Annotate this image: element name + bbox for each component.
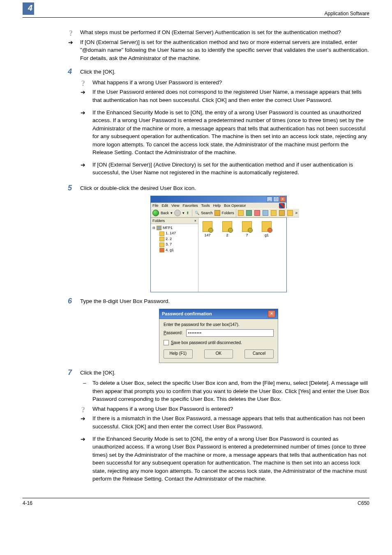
step-6-text: Type the 8-digit User Box Password. [80, 298, 170, 304]
toolbar-icon[interactable] [263, 210, 268, 216]
question-icon: ? [81, 78, 85, 89]
explorer-menubar: File Edit View Favorites Tools Help Box … [151, 203, 286, 208]
file-icon [262, 221, 272, 232]
answer-item: ➔ If the User Password entered does not … [80, 88, 369, 104]
file-icon [242, 221, 252, 232]
arrow-icon: ➔ [81, 435, 85, 443]
arrow-icon: ➔ [81, 414, 85, 423]
dialog-title: Password confirmation [162, 311, 212, 316]
toolbar-icon[interactable] [246, 210, 252, 216]
cancel-button[interactable]: Cancel [244, 349, 274, 358]
save-password-checkbox[interactable] [164, 340, 169, 345]
question-icon: ? [81, 405, 85, 415]
step-4-text: Click the [OK]. [80, 69, 115, 75]
explorer-toolbar-right: » [236, 208, 300, 217]
maximize-icon[interactable]: □ [273, 197, 279, 202]
toolbar-icon[interactable] [254, 210, 260, 216]
dialog-prompt: Enter the password for the user box(147)… [164, 322, 274, 327]
box-icon-g1[interactable]: g1 [262, 221, 272, 237]
menu-box-operator[interactable]: Box Operator [224, 204, 246, 208]
close-icon[interactable]: × [280, 197, 286, 202]
answer-item: ➔ If the Enhanced Security Mode is set t… [80, 435, 369, 483]
folders-icon[interactable] [214, 210, 220, 216]
step-number-7: 7 [68, 369, 80, 377]
answer-item: ➔ If [ON (External Server)] (Active Dire… [80, 161, 369, 177]
question-item: ? What happens if a wrong User Password … [80, 79, 369, 87]
tree-collapse-icon[interactable]: × [194, 219, 196, 223]
search-button[interactable]: Search [201, 211, 213, 215]
box-icon-147[interactable]: 147 [203, 221, 212, 237]
file-list-pane: 147 2 7 g1 [198, 218, 286, 292]
arrow-icon: ➔ [81, 109, 85, 117]
step-5-text: Click or double-click the desired User B… [80, 185, 196, 191]
toolbar-icon[interactable] [271, 210, 277, 216]
file-icon [222, 221, 232, 232]
toolbar-icon[interactable] [238, 210, 244, 216]
page-number: 4-16 [23, 500, 32, 506]
menu-favorites[interactable]: Favorites [182, 204, 198, 208]
tree-box-7[interactable]: 3. 7 [152, 242, 196, 247]
question-item: ? What happens if a wrong User Box Passw… [80, 405, 369, 413]
dash-item: – To delete a User Box, select the speci… [80, 379, 369, 403]
step-number-4: 4 [68, 68, 80, 76]
tree-header-label: Folders [152, 219, 165, 223]
question-item: ? What steps must be performed if ON (Ex… [68, 28, 369, 37]
page-footer: 4-16 C650 [23, 498, 369, 506]
answer-item: ➔ If [ON (External Server)] is set for t… [68, 38, 369, 62]
toolbar-icon[interactable] [279, 210, 285, 216]
password-dialog-figure: Password confirmation × Enter the passwo… [159, 309, 278, 363]
chapter-number-tab: 4 [23, 2, 35, 15]
box-icon-2[interactable]: 2 [222, 221, 232, 237]
tree-root-mfp1[interactable]: MFP1 [152, 225, 196, 231]
search-icon[interactable]: 🔍 [195, 211, 199, 215]
save-password-label: Save box password until disconnected. [171, 340, 242, 345]
answer-item: ➔ If there is a mismatch in the User Box… [80, 414, 369, 430]
box-icon-7[interactable]: 7 [242, 221, 252, 237]
back-button[interactable]: Back [161, 211, 169, 215]
question-icon: ? [69, 28, 73, 39]
header-title: Application Software [325, 11, 369, 16]
close-icon[interactable]: × [268, 310, 275, 317]
menu-view[interactable]: View [171, 204, 179, 208]
explorer-window-figure: _ □ × File Edit View Favorites Tools Hel… [150, 196, 287, 292]
arrow-icon: ➔ [81, 161, 85, 169]
minimize-icon[interactable]: _ [267, 197, 272, 202]
tree-box-2[interactable]: 2. 2 [152, 236, 196, 242]
folder-tree: Folders × MFP1 1. 147 2. 2 [151, 218, 198, 292]
step-7-text: Click the [OK]. [80, 370, 115, 376]
dialog-titlebar: Password confirmation × [159, 309, 278, 319]
forward-icon[interactable] [174, 210, 181, 216]
explorer-toolbar-left: Back ▾ ▾ ⬆ 🔍 Search Folders [151, 208, 236, 217]
back-icon[interactable] [152, 210, 159, 216]
menu-edit[interactable]: Edit [162, 204, 168, 208]
help-button[interactable]: Help (F1) [164, 349, 193, 358]
arrow-icon: ➔ [81, 88, 85, 96]
model-label: C650 [357, 500, 369, 506]
up-icon[interactable]: ⬆ [186, 211, 189, 215]
arrow-icon: ➔ [68, 38, 73, 46]
menu-tools[interactable]: Tools [201, 204, 210, 208]
file-icon [203, 221, 212, 232]
step-number-6: 6 [68, 297, 80, 305]
ok-button[interactable]: OK [204, 349, 233, 358]
password-label: Password: [164, 331, 183, 335]
answer-item: ➔ If the Enhanced Security Mode is set t… [80, 109, 369, 157]
dash-icon: – [83, 379, 86, 387]
explorer-titlebar: _ □ × [151, 196, 286, 203]
menu-file[interactable]: File [152, 204, 159, 208]
windows-flag-icon [279, 203, 285, 208]
tree-box-147[interactable]: 1. 147 [152, 231, 196, 236]
menu-help[interactable]: Help [213, 204, 221, 208]
password-field[interactable]: •••••••• [186, 329, 274, 337]
toolbar-icon[interactable] [287, 210, 293, 216]
step-number-5: 5 [68, 184, 80, 192]
folders-button[interactable]: Folders [222, 211, 234, 215]
tree-box-g1[interactable]: 4. g1 [152, 247, 196, 253]
